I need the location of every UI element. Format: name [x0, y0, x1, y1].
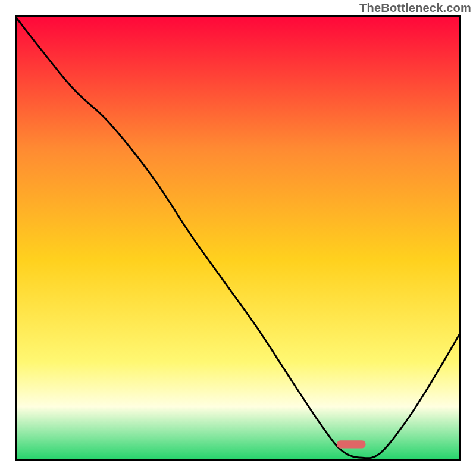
bottleneck-chart-svg	[0, 0, 476, 476]
chart-container: TheBottleneck.com	[0, 0, 476, 476]
optimal-marker	[337, 440, 365, 448]
plot-gradient-area	[16, 16, 460, 460]
